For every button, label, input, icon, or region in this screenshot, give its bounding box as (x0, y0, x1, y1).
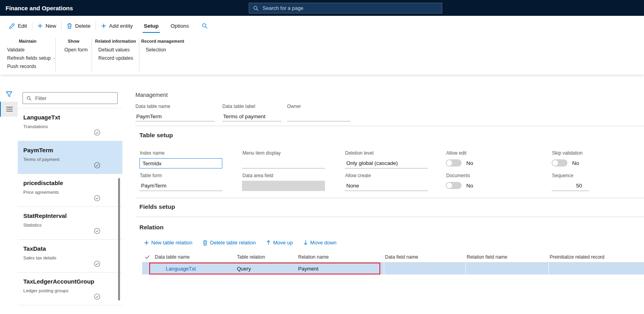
relation-grid-header: Data table name Table relation Relation … (142, 252, 644, 263)
skip-validation-value: No (572, 160, 579, 166)
field-label: Data table label (222, 104, 282, 109)
check-circle-icon (94, 293, 100, 300)
search-icon (202, 23, 208, 29)
entity-name: TaxData (23, 245, 122, 252)
menu-item-display-value[interactable] (242, 158, 325, 168)
fields-setup-header[interactable]: Fields setup (139, 203, 175, 210)
row-check-cell[interactable] (142, 263, 154, 274)
column-header-preinitialize-related-record[interactable]: Preinitialize related record (549, 254, 644, 260)
data-table-name-value[interactable]: PaymTerm (135, 112, 214, 121)
filter-field[interactable] (23, 92, 118, 104)
menu-item-selection[interactable]: Selection (146, 46, 186, 54)
move-up-button[interactable]: Move up (266, 240, 293, 246)
deletion-level-value[interactable]: Only global (cascade) (345, 158, 428, 168)
relation-grid: Data table name Table relation Relation … (142, 252, 644, 274)
column-header-relation-field-name[interactable]: Relation field name (466, 254, 549, 260)
move-down-button[interactable]: Move down (303, 240, 336, 246)
cell-table-relation[interactable]: Query (236, 263, 297, 274)
management-fields: Data table name PaymTerm Data table labe… (135, 104, 350, 121)
search-icon (253, 6, 259, 11)
list-view-button[interactable] (0, 102, 18, 117)
check-circle-icon (94, 195, 100, 201)
link-label: Delete table relation (210, 240, 256, 246)
list-item-languagetxt[interactable]: LanguageTxt Translations (18, 108, 122, 141)
edit-button[interactable]: Edit (4, 19, 32, 32)
column-header-data-field-name[interactable]: Data field name (384, 254, 466, 260)
global-search[interactable] (249, 3, 442, 13)
add-entity-button[interactable]: Add entity (96, 19, 138, 32)
list-item-statrepinterval[interactable]: StatRepInterval Statistics (18, 207, 122, 240)
topbar: Finance and Operations (0, 0, 644, 16)
delete-button[interactable]: Delete (62, 19, 96, 32)
select-all-checkmark-icon[interactable] (142, 255, 154, 259)
field-data-table-name: Data table name PaymTerm (135, 104, 214, 121)
field-label: Allow edit (446, 150, 529, 156)
menu-item-record-updates[interactable]: Record updates (98, 54, 139, 62)
documents-toggle[interactable] (446, 182, 462, 189)
list-item-taxdata[interactable]: TaxData Sales tax details (18, 240, 122, 272)
data-table-label-value[interactable]: Terms of payment (222, 112, 282, 121)
skip-validation-toggle[interactable] (552, 159, 567, 166)
delete-trash-icon (67, 23, 72, 29)
filter-input[interactable] (34, 95, 114, 102)
sidebar-scrollbar[interactable] (118, 178, 120, 301)
menu-item-label: Push records (7, 62, 36, 71)
group-title: Related information (92, 39, 139, 44)
menu-item-validate[interactable]: Validate (7, 46, 55, 54)
delete-table-relation-button[interactable]: Delete table relation (203, 240, 256, 246)
entity-name: TaxLedgerAccountGroup (23, 278, 122, 285)
link-label: Move down (310, 240, 336, 246)
action-pane-search-button[interactable] (202, 23, 208, 29)
entity-description: Terms of payment (23, 157, 122, 162)
allow-create-value[interactable]: None (345, 181, 428, 191)
cell-relation-name[interactable]: Payment (297, 263, 384, 274)
management-section-title: Management (135, 92, 168, 98)
column-header-relation-name[interactable]: Relation name (297, 254, 384, 260)
menu-item-open-form[interactable]: Open form (64, 46, 92, 54)
relation-grid-row[interactable]: LanguageTxt Query Payment (142, 263, 644, 274)
add-icon (101, 23, 106, 28)
tab-options[interactable]: Options (165, 16, 195, 36)
entity-name: LanguageTxt (23, 114, 122, 121)
sequence-value[interactable]: 50 (552, 181, 589, 191)
owner-value[interactable] (287, 112, 350, 121)
menu-item-label: Default values (98, 46, 130, 54)
cell-data-field-name[interactable] (384, 263, 466, 274)
cell-preinitialize-related-record[interactable] (549, 263, 644, 274)
allow-edit-toggle[interactable] (446, 159, 462, 166)
link-label: Move up (273, 240, 293, 246)
field-data-area-field: Data area field (242, 173, 325, 191)
field-skip-validation: Skip validation No (552, 150, 611, 166)
index-name-input[interactable]: TermIdx (139, 158, 222, 168)
list-item-taxledgeraccountgroup[interactable]: TaxLedgerAccountGroup Ledger posting gro… (18, 272, 122, 305)
menu-item-label: Validate (7, 46, 24, 54)
field-index-name: Index name TermIdx (139, 150, 222, 168)
new-table-relation-button[interactable]: New table relation (144, 240, 192, 246)
table-setup-header[interactable]: Table setup (139, 132, 173, 139)
global-search-input[interactable] (262, 5, 438, 11)
menu-item-push-records[interactable]: Push records (7, 62, 55, 71)
column-header-data-table-name[interactable]: Data table name (154, 254, 236, 260)
group-show: Show Open form (56, 36, 92, 75)
menu-item-label: Record updates (98, 54, 133, 62)
menu-item-refresh-fields-setup[interactable]: Refresh fields setup (7, 54, 55, 62)
filter-view-button[interactable] (0, 87, 18, 102)
list-menu-icon (6, 107, 13, 112)
column-header-table-relation[interactable]: Table relation (236, 254, 297, 260)
list-item-pricedisctable[interactable]: pricedisctable Price agreements (18, 174, 122, 207)
menu-item-default-values[interactable]: Default values (98, 46, 139, 54)
data-area-field-value (242, 181, 325, 191)
cell-data-table-name[interactable]: LanguageTxt (154, 263, 236, 274)
cell-relation-field-name[interactable] (466, 263, 549, 274)
table-form-value[interactable]: PaymTerm (139, 181, 222, 191)
action-pane: Edit New Delete Add entity Setup Options (0, 16, 644, 36)
delete-trash-icon (203, 240, 208, 246)
new-button[interactable]: New (32, 19, 61, 32)
entity-list: LanguageTxt Translations PaymTerm Terms … (18, 108, 122, 305)
tab-setup[interactable]: Setup (138, 16, 165, 36)
relation-header[interactable]: Relation (139, 224, 163, 231)
field-label: Owner (287, 104, 350, 109)
field-owner: Owner (287, 104, 350, 121)
field-label: Documents (446, 173, 529, 178)
list-item-paymterm[interactable]: PaymTerm Terms of payment (18, 141, 122, 174)
